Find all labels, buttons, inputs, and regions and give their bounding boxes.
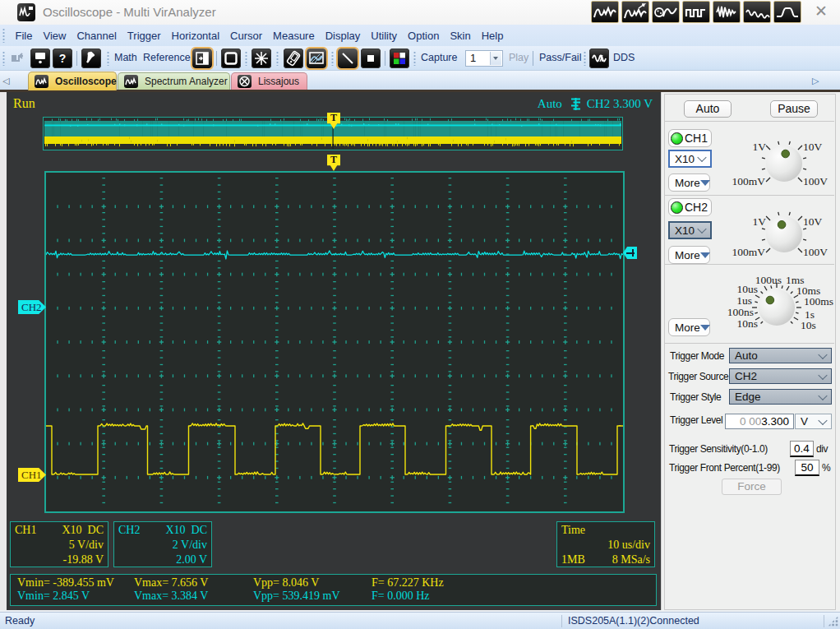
close-icon[interactable]: ✕ bbox=[809, 1, 833, 23]
titlebar-oscilloscope-wave-icon[interactable] bbox=[591, 1, 619, 23]
status-device: ISDS205A(1.1)(2)Connected bbox=[568, 615, 699, 627]
ch1-probe-coupling: X10 DC bbox=[62, 523, 104, 538]
save-button[interactable] bbox=[30, 49, 50, 68]
titlebar-spectrum-wave-icon[interactable] bbox=[621, 1, 649, 23]
title-bar[interactable]: Oscilloscope - Multi VirAnalyzer ✕ bbox=[0, 0, 840, 25]
run-status-label: Run bbox=[13, 96, 35, 111]
trigger-level-input[interactable]: 0 003.300 bbox=[725, 414, 794, 429]
tab-oscilloscope[interactable]: Oscilloscope bbox=[28, 72, 117, 90]
menu-skin[interactable]: Skin bbox=[445, 30, 476, 42]
ch2-probe-select[interactable]: X10 bbox=[668, 221, 712, 239]
ch2-knob-100v: 100V bbox=[803, 246, 828, 259]
trigger-front-input[interactable]: 50 bbox=[795, 460, 819, 476]
tab-lissajous[interactable]: Lissajous bbox=[231, 72, 307, 90]
open-button[interactable] bbox=[8, 49, 28, 68]
capture-dropdown-arrow-icon[interactable] bbox=[490, 52, 501, 65]
ch1-position-marker[interactable]: CH1 bbox=[18, 468, 46, 482]
ch1-more-button[interactable]: More bbox=[668, 173, 710, 192]
freeze-button[interactable] bbox=[252, 49, 271, 68]
trigger-style-select[interactable]: Edge bbox=[729, 389, 832, 405]
menu-help[interactable]: Help bbox=[476, 30, 509, 42]
panel-toggle-button[interactable] bbox=[192, 49, 212, 68]
toolbar-grip[interactable] bbox=[245, 51, 247, 66]
math-button[interactable]: Math bbox=[114, 46, 137, 71]
tb-knob-100us: 100us bbox=[755, 274, 782, 287]
trigger-position-flag-main[interactable]: T bbox=[327, 155, 340, 171]
capture-count-select[interactable]: 1 bbox=[465, 50, 503, 67]
menu-file[interactable]: File bbox=[10, 30, 38, 42]
trigger-front-label: Trigger Front Percent(1-99) bbox=[669, 462, 780, 474]
status-ready: Ready bbox=[5, 615, 35, 627]
ch2-position-marker[interactable]: CH2 bbox=[18, 300, 46, 314]
probe-button[interactable] bbox=[284, 49, 303, 68]
time-scale: 10 us/div bbox=[561, 538, 650, 553]
toolbar-grip[interactable] bbox=[2, 51, 5, 66]
tool-settings-button[interactable] bbox=[81, 49, 101, 68]
tab-spectrum-analyzer[interactable]: Spectrum Analyzer bbox=[118, 72, 230, 90]
toolbar-separator bbox=[216, 51, 217, 66]
toolbar-grip[interactable] bbox=[107, 51, 109, 66]
timebase-more-button[interactable]: More bbox=[668, 318, 710, 336]
waveform-plot[interactable] bbox=[44, 171, 625, 513]
tab-scroll-right-icon[interactable]: ▷ bbox=[812, 76, 819, 86]
ch2-volts-knob[interactable] bbox=[752, 197, 838, 271]
screen-capture-button[interactable] bbox=[307, 49, 326, 68]
ch1-enable-button[interactable]: CH1 bbox=[668, 129, 712, 147]
titlebar-square-pulses-icon[interactable] bbox=[682, 1, 710, 23]
titlebar-burst-wave-icon[interactable] bbox=[713, 1, 741, 23]
trigger-sensitivity-input[interactable]: 0.4 bbox=[790, 441, 814, 457]
pause-button[interactable]: Pause bbox=[770, 100, 818, 118]
menu-view[interactable]: View bbox=[38, 30, 72, 42]
ch2-more-button[interactable]: More bbox=[668, 246, 710, 264]
ch1-knob-1v: 1V bbox=[753, 141, 767, 154]
ch2-knob-1v: 1V bbox=[753, 215, 767, 229]
oscilloscope-tab-icon bbox=[35, 75, 48, 88]
auto-button[interactable]: Auto bbox=[684, 100, 732, 118]
window-title: Oscilloscope - Multi VirAnalyzer bbox=[43, 0, 216, 25]
tab-scroll-left-icon[interactable]: ◁ bbox=[2, 76, 9, 86]
stop-button[interactable] bbox=[361, 49, 381, 68]
help-button[interactable]: ? bbox=[53, 49, 72, 68]
trigger-source-select[interactable]: CH2 bbox=[729, 368, 832, 384]
color-settings-button[interactable] bbox=[390, 49, 409, 68]
trigger-mode-select[interactable]: Auto bbox=[729, 348, 832, 363]
toolbar-grip[interactable] bbox=[413, 51, 416, 66]
menu-channel[interactable]: Channel bbox=[72, 30, 122, 42]
more-label: More bbox=[675, 249, 700, 261]
more-label: More bbox=[675, 177, 700, 189]
ch1-led-icon bbox=[671, 132, 683, 145]
fullscreen-button[interactable] bbox=[221, 49, 241, 68]
ch2-enable-button[interactable]: CH2 bbox=[668, 198, 712, 216]
section-separator bbox=[665, 195, 834, 196]
menu-horizontal[interactable]: Horizontal bbox=[166, 30, 225, 42]
reference-button[interactable]: Reference bbox=[143, 46, 191, 71]
ch2-vpp: Vpp= 539.419 mV bbox=[253, 590, 340, 603]
toolbar-grip[interactable] bbox=[331, 51, 334, 66]
passfail-button[interactable]: Pass/Fail bbox=[539, 46, 581, 71]
ch2-probe-coupling: X10 DC bbox=[165, 523, 207, 538]
left-splitter[interactable] bbox=[0, 92, 7, 610]
trigger-level-marker[interactable] bbox=[623, 247, 637, 259]
dds-button[interactable] bbox=[589, 49, 609, 68]
menu-display[interactable]: Display bbox=[320, 30, 366, 42]
titlebar-smooth-pulse-icon[interactable] bbox=[773, 1, 801, 23]
menu-trigger[interactable]: Trigger bbox=[122, 30, 166, 42]
trigger-level-icon bbox=[570, 97, 582, 111]
force-button[interactable]: Force bbox=[722, 479, 782, 495]
trigger-level-unit-select[interactable]: V bbox=[795, 414, 832, 429]
menu-utility[interactable]: Utility bbox=[366, 30, 403, 42]
menubar-grip[interactable] bbox=[2, 28, 5, 43]
line-draw-button[interactable] bbox=[338, 49, 358, 68]
toolbar-grip[interactable] bbox=[584, 51, 586, 66]
sensitivity-unit: div bbox=[816, 443, 828, 455]
menu-measure[interactable]: Measure bbox=[268, 30, 321, 42]
play-button[interactable]: Play bbox=[509, 46, 528, 71]
menu-cursor[interactable]: Cursor bbox=[225, 30, 268, 42]
menu-option[interactable]: Option bbox=[403, 30, 445, 42]
toolbar-separator bbox=[385, 51, 385, 66]
titlebar-sweep-wave-icon[interactable] bbox=[743, 1, 771, 23]
time-name: Time bbox=[561, 523, 585, 538]
titlebar-lissajous-ball-icon[interactable] bbox=[652, 1, 680, 23]
ch1-probe-select[interactable]: X10 bbox=[668, 150, 712, 168]
toolbar-grip[interactable] bbox=[276, 51, 279, 66]
